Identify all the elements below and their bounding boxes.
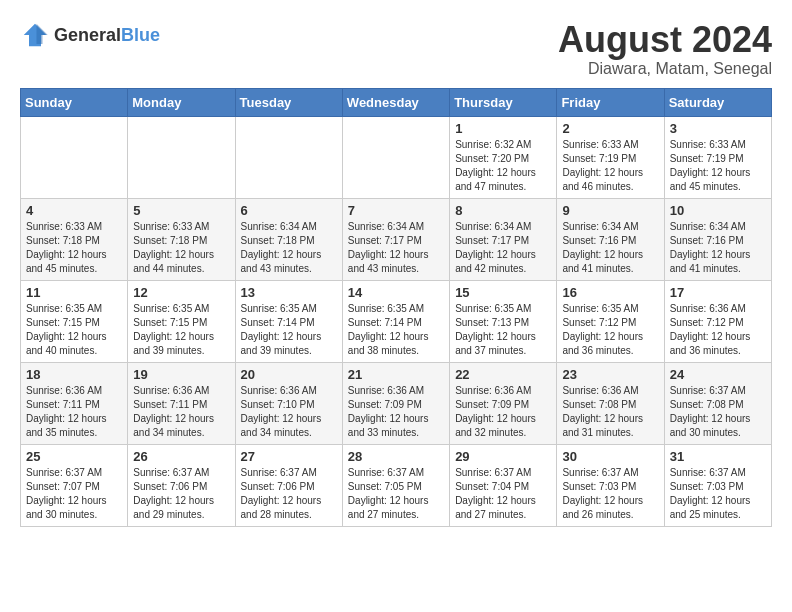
day-cell: 12Sunrise: 6:35 AM Sunset: 7:15 PM Dayli… [128, 280, 235, 362]
day-cell: 15Sunrise: 6:35 AM Sunset: 7:13 PM Dayli… [450, 280, 557, 362]
day-info: Sunrise: 6:34 AM Sunset: 7:16 PM Dayligh… [670, 220, 766, 276]
day-cell: 3Sunrise: 6:33 AM Sunset: 7:19 PM Daylig… [664, 116, 771, 198]
day-number: 31 [670, 449, 766, 464]
day-number: 18 [26, 367, 122, 382]
day-cell: 29Sunrise: 6:37 AM Sunset: 7:04 PM Dayli… [450, 444, 557, 526]
week-row-3: 11Sunrise: 6:35 AM Sunset: 7:15 PM Dayli… [21, 280, 772, 362]
day-info: Sunrise: 6:33 AM Sunset: 7:18 PM Dayligh… [133, 220, 229, 276]
day-info: Sunrise: 6:36 AM Sunset: 7:12 PM Dayligh… [670, 302, 766, 358]
week-row-2: 4Sunrise: 6:33 AM Sunset: 7:18 PM Daylig… [21, 198, 772, 280]
day-number: 14 [348, 285, 444, 300]
day-number: 4 [26, 203, 122, 218]
day-cell: 7Sunrise: 6:34 AM Sunset: 7:17 PM Daylig… [342, 198, 449, 280]
day-info: Sunrise: 6:37 AM Sunset: 7:04 PM Dayligh… [455, 466, 551, 522]
day-number: 28 [348, 449, 444, 464]
day-number: 9 [562, 203, 658, 218]
day-info: Sunrise: 6:33 AM Sunset: 7:19 PM Dayligh… [670, 138, 766, 194]
day-cell: 19Sunrise: 6:36 AM Sunset: 7:11 PM Dayli… [128, 362, 235, 444]
logo-icon [20, 20, 50, 50]
day-info: Sunrise: 6:36 AM Sunset: 7:09 PM Dayligh… [455, 384, 551, 440]
day-number: 29 [455, 449, 551, 464]
calendar-header-row: SundayMondayTuesdayWednesdayThursdayFrid… [21, 88, 772, 116]
day-cell: 1Sunrise: 6:32 AM Sunset: 7:20 PM Daylig… [450, 116, 557, 198]
day-info: Sunrise: 6:35 AM Sunset: 7:12 PM Dayligh… [562, 302, 658, 358]
day-number: 15 [455, 285, 551, 300]
day-number: 7 [348, 203, 444, 218]
day-number: 27 [241, 449, 337, 464]
day-number: 17 [670, 285, 766, 300]
day-info: Sunrise: 6:34 AM Sunset: 7:16 PM Dayligh… [562, 220, 658, 276]
day-cell: 28Sunrise: 6:37 AM Sunset: 7:05 PM Dayli… [342, 444, 449, 526]
day-cell: 6Sunrise: 6:34 AM Sunset: 7:18 PM Daylig… [235, 198, 342, 280]
day-info: Sunrise: 6:37 AM Sunset: 7:03 PM Dayligh… [562, 466, 658, 522]
day-info: Sunrise: 6:36 AM Sunset: 7:11 PM Dayligh… [133, 384, 229, 440]
day-number: 13 [241, 285, 337, 300]
day-number: 26 [133, 449, 229, 464]
svg-marker-1 [37, 24, 48, 44]
day-number: 23 [562, 367, 658, 382]
day-cell [128, 116, 235, 198]
day-info: Sunrise: 6:34 AM Sunset: 7:17 PM Dayligh… [455, 220, 551, 276]
day-number: 16 [562, 285, 658, 300]
day-cell: 10Sunrise: 6:34 AM Sunset: 7:16 PM Dayli… [664, 198, 771, 280]
day-cell: 13Sunrise: 6:35 AM Sunset: 7:14 PM Dayli… [235, 280, 342, 362]
day-cell: 5Sunrise: 6:33 AM Sunset: 7:18 PM Daylig… [128, 198, 235, 280]
day-cell: 8Sunrise: 6:34 AM Sunset: 7:17 PM Daylig… [450, 198, 557, 280]
day-info: Sunrise: 6:37 AM Sunset: 7:03 PM Dayligh… [670, 466, 766, 522]
day-cell: 27Sunrise: 6:37 AM Sunset: 7:06 PM Dayli… [235, 444, 342, 526]
day-cell [342, 116, 449, 198]
header-tuesday: Tuesday [235, 88, 342, 116]
day-cell: 25Sunrise: 6:37 AM Sunset: 7:07 PM Dayli… [21, 444, 128, 526]
day-number: 5 [133, 203, 229, 218]
day-cell: 21Sunrise: 6:36 AM Sunset: 7:09 PM Dayli… [342, 362, 449, 444]
day-info: Sunrise: 6:36 AM Sunset: 7:08 PM Dayligh… [562, 384, 658, 440]
day-cell: 22Sunrise: 6:36 AM Sunset: 7:09 PM Dayli… [450, 362, 557, 444]
header-thursday: Thursday [450, 88, 557, 116]
calendar-table: SundayMondayTuesdayWednesdayThursdayFrid… [20, 88, 772, 527]
day-cell: 30Sunrise: 6:37 AM Sunset: 7:03 PM Dayli… [557, 444, 664, 526]
day-cell: 26Sunrise: 6:37 AM Sunset: 7:06 PM Dayli… [128, 444, 235, 526]
day-info: Sunrise: 6:36 AM Sunset: 7:09 PM Dayligh… [348, 384, 444, 440]
day-number: 8 [455, 203, 551, 218]
day-cell: 23Sunrise: 6:36 AM Sunset: 7:08 PM Dayli… [557, 362, 664, 444]
week-row-5: 25Sunrise: 6:37 AM Sunset: 7:07 PM Dayli… [21, 444, 772, 526]
day-number: 21 [348, 367, 444, 382]
day-info: Sunrise: 6:37 AM Sunset: 7:08 PM Dayligh… [670, 384, 766, 440]
day-info: Sunrise: 6:33 AM Sunset: 7:18 PM Dayligh… [26, 220, 122, 276]
header-sunday: Sunday [21, 88, 128, 116]
day-info: Sunrise: 6:35 AM Sunset: 7:14 PM Dayligh… [241, 302, 337, 358]
day-info: Sunrise: 6:33 AM Sunset: 7:19 PM Dayligh… [562, 138, 658, 194]
day-info: Sunrise: 6:35 AM Sunset: 7:15 PM Dayligh… [26, 302, 122, 358]
day-info: Sunrise: 6:37 AM Sunset: 7:05 PM Dayligh… [348, 466, 444, 522]
day-number: 11 [26, 285, 122, 300]
day-number: 2 [562, 121, 658, 136]
logo-blue: Blue [121, 25, 160, 45]
logo-general: General [54, 25, 121, 45]
day-info: Sunrise: 6:37 AM Sunset: 7:06 PM Dayligh… [241, 466, 337, 522]
day-cell: 24Sunrise: 6:37 AM Sunset: 7:08 PM Dayli… [664, 362, 771, 444]
title-block: August 2024 Diawara, Matam, Senegal [558, 20, 772, 78]
header-friday: Friday [557, 88, 664, 116]
day-cell [21, 116, 128, 198]
day-info: Sunrise: 6:35 AM Sunset: 7:14 PM Dayligh… [348, 302, 444, 358]
day-cell [235, 116, 342, 198]
day-number: 30 [562, 449, 658, 464]
day-number: 3 [670, 121, 766, 136]
page-header: GeneralBlue August 2024 Diawara, Matam, … [20, 20, 772, 78]
day-cell: 4Sunrise: 6:33 AM Sunset: 7:18 PM Daylig… [21, 198, 128, 280]
day-cell: 16Sunrise: 6:35 AM Sunset: 7:12 PM Dayli… [557, 280, 664, 362]
day-cell: 17Sunrise: 6:36 AM Sunset: 7:12 PM Dayli… [664, 280, 771, 362]
day-number: 12 [133, 285, 229, 300]
day-info: Sunrise: 6:37 AM Sunset: 7:06 PM Dayligh… [133, 466, 229, 522]
day-cell: 2Sunrise: 6:33 AM Sunset: 7:19 PM Daylig… [557, 116, 664, 198]
header-saturday: Saturday [664, 88, 771, 116]
header-wednesday: Wednesday [342, 88, 449, 116]
logo: GeneralBlue [20, 20, 160, 50]
day-info: Sunrise: 6:36 AM Sunset: 7:11 PM Dayligh… [26, 384, 122, 440]
day-number: 25 [26, 449, 122, 464]
day-info: Sunrise: 6:32 AM Sunset: 7:20 PM Dayligh… [455, 138, 551, 194]
week-row-1: 1Sunrise: 6:32 AM Sunset: 7:20 PM Daylig… [21, 116, 772, 198]
day-info: Sunrise: 6:37 AM Sunset: 7:07 PM Dayligh… [26, 466, 122, 522]
day-info: Sunrise: 6:34 AM Sunset: 7:18 PM Dayligh… [241, 220, 337, 276]
day-number: 1 [455, 121, 551, 136]
